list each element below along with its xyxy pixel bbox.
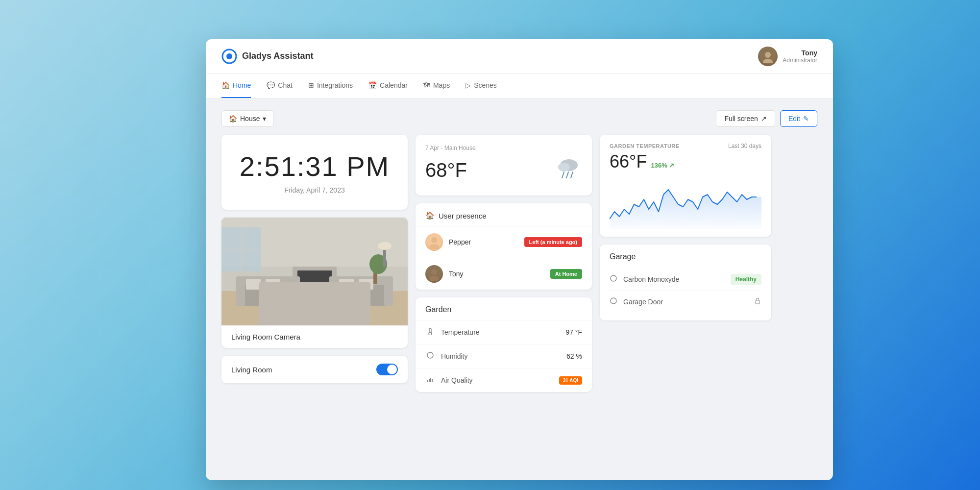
svg-point-33 — [429, 244, 439, 249]
pepper-avatar — [425, 233, 443, 251]
svg-point-38 — [427, 352, 433, 358]
map-icon: 🗺 — [423, 81, 430, 89]
presence-row: Pepper Left (a minute ago) — [416, 226, 592, 258]
clock-card: 2:51:31 PM Friday, April 7, 2023 — [221, 135, 408, 210]
garage-title: Garage — [610, 252, 761, 261]
garden-title: Garden — [416, 297, 592, 320]
toolbar-actions: Full screen ↗ Edit ✎ — [716, 110, 817, 127]
grid-icon: ⊞ — [308, 81, 314, 89]
user-info: Tony Administrator — [783, 49, 817, 64]
svg-line-29 — [562, 172, 564, 178]
chart-card: GARDEN TEMPERATURE Last 30 days 66°F 136… — [600, 135, 771, 237]
weather-location: 7 Apr - Main House — [425, 145, 582, 151]
svg-point-28 — [558, 163, 570, 172]
presence-row: Tony At Home — [416, 258, 592, 290]
tony-avatar — [425, 265, 443, 283]
svg-point-2 — [765, 52, 771, 58]
header: Gladys Assistant Tony Administrator — [206, 39, 833, 74]
nav-item-calendar[interactable]: 📅 Calendar — [368, 74, 408, 98]
user-role: Administrator — [783, 57, 817, 64]
chart-header: GARDEN TEMPERATURE Last 30 days — [610, 143, 761, 149]
svg-rect-15 — [293, 295, 337, 312]
living-room-toggle[interactable] — [376, 364, 398, 375]
pepper-status-badge: Left (a minute ago) — [524, 237, 582, 247]
right-column: GARDEN TEMPERATURE Last 30 days 66°F 136… — [600, 135, 771, 320]
svg-point-44 — [611, 298, 616, 304]
logo-icon — [221, 49, 237, 64]
dashboard-grid: 2:51:31 PM Friday, April 7, 2023 — [221, 135, 817, 392]
svg-rect-14 — [384, 281, 393, 306]
svg-rect-8 — [297, 270, 332, 291]
nav-label-calendar: Calendar — [380, 81, 408, 89]
door-label: Garage Door — [623, 298, 754, 306]
chart-title: GARDEN TEMPERATURE — [610, 143, 680, 149]
nav-item-maps[interactable]: 🗺 Maps — [423, 74, 450, 98]
svg-point-35 — [429, 276, 439, 281]
co-label: Carbon Monoxyde — [623, 275, 731, 283]
co-sensor-icon — [610, 274, 617, 284]
house-dropdown[interactable]: 🏠 House ▾ — [221, 110, 273, 127]
garage-card: Garage Carbon Monoxyde Healthy — [600, 245, 771, 320]
lock-icon — [754, 297, 761, 307]
house-icon: 🏠 — [229, 115, 237, 122]
tony-status-badge: At Home — [550, 269, 582, 279]
svg-rect-18 — [339, 279, 354, 290]
logo-area: Gladys Assistant — [221, 49, 313, 64]
user-name: Tony — [783, 49, 817, 57]
nav-item-home[interactable]: 🏠 Home — [221, 74, 251, 98]
clock-date: Friday, April 7, 2023 — [233, 186, 396, 194]
svg-rect-40 — [429, 379, 430, 382]
camera-label: Living Room Camera — [221, 325, 408, 348]
svg-point-1 — [226, 53, 232, 59]
svg-rect-17 — [266, 279, 280, 290]
weather-temperature: 68°F — [425, 159, 467, 181]
toolbar: 🏠 House ▾ Full screen ↗ Edit ✎ — [221, 110, 817, 127]
airquality-label: Air Quality — [441, 376, 559, 384]
chart-area — [610, 180, 761, 229]
edit-button[interactable]: Edit ✎ — [780, 110, 817, 127]
fullscreen-label: Full screen — [724, 115, 758, 122]
fullscreen-button[interactable]: Full screen ↗ — [716, 110, 775, 127]
expand-icon: ↗ — [761, 115, 767, 122]
garage-row-co: Carbon Monoxyde Healthy — [610, 268, 761, 291]
svg-point-3 — [763, 59, 773, 63]
garden-row-airquality: Air Quality 31 AQI — [416, 368, 592, 392]
humidity-icon — [425, 351, 435, 361]
temperature-value: 97 °F — [565, 328, 582, 336]
weather-card: 7 Apr - Main House 68°F — [416, 135, 592, 196]
user-presence-title: 🏠 User presence — [416, 203, 592, 226]
middle-column: 7 Apr - Main House 68°F — [416, 135, 592, 392]
svg-point-26 — [378, 242, 392, 250]
living-room-toggle-card: Living Room — [221, 356, 408, 383]
nav-item-chat[interactable]: 💬 Chat — [267, 74, 293, 98]
trend-up-icon: ↗ — [669, 162, 674, 169]
chart-period-dropdown[interactable]: Last 30 days — [728, 143, 761, 149]
garage-row-door: Garage Door — [610, 291, 761, 313]
nav-item-scenes[interactable]: ▷ Scenes — [466, 74, 497, 98]
tony-name: Tony — [449, 270, 550, 278]
user-area[interactable]: Tony Administrator — [758, 47, 817, 66]
svg-rect-42 — [432, 379, 433, 382]
temperature-label: Temperature — [441, 328, 565, 336]
main-content: 🏠 House ▾ Full screen ↗ Edit ✎ — [206, 98, 833, 404]
chart-change: 136% ↗ — [651, 162, 674, 169]
thermometer-icon — [425, 327, 435, 337]
svg-rect-16 — [246, 279, 261, 290]
edit-icon: ✎ — [803, 115, 809, 122]
nav-item-integrations[interactable]: ⊞ Integrations — [308, 74, 353, 98]
nav-label-chat: Chat — [278, 81, 293, 89]
nav: 🏠 Home 💬 Chat ⊞ Integrations 📅 Calendar … — [206, 74, 833, 98]
garden-row-humidity: Humidity 62 % — [416, 344, 592, 368]
home-icon: 🏠 — [221, 81, 230, 89]
chevron-down-icon: ▾ — [263, 115, 266, 122]
svg-rect-11 — [236, 281, 245, 306]
airquality-icon — [425, 375, 435, 385]
humidity-value: 62 % — [566, 352, 582, 360]
clock-time: 2:51:31 PM — [233, 150, 396, 182]
svg-line-30 — [566, 172, 568, 178]
edit-label: Edit — [788, 115, 800, 122]
left-column: 2:51:31 PM Friday, April 7, 2023 — [221, 135, 408, 383]
svg-point-32 — [431, 237, 437, 243]
avatar — [758, 47, 778, 66]
door-sensor-icon — [610, 297, 617, 307]
